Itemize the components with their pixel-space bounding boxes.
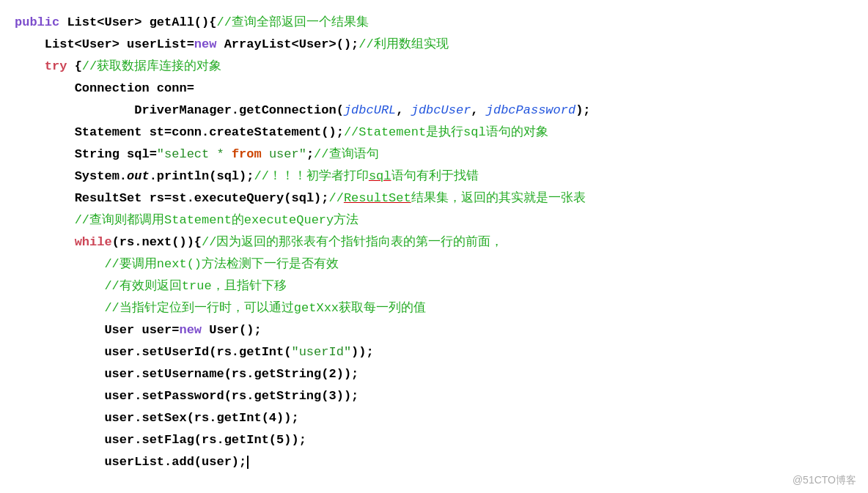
code-line-2: List<User> userList=new ArrayList<User>(… (15, 34, 853, 56)
code-line-16: user.setUserId(rs.getInt("userId")); (15, 341, 853, 363)
code-line-3: try {//获取数据库连接的对象 (15, 56, 853, 78)
code-container: public List<User> getAll(){//查询全部返回一个结果集… (0, 0, 868, 493)
code-line-20: user.setFlag(rs.getInt(5)); (15, 429, 853, 451)
code-line-17: user.setUsername(rs.getString(2)); (15, 363, 853, 385)
code-line-7: String sql="select * from user";//查询语句 (15, 144, 853, 166)
watermark: @51CTO博客 (792, 474, 856, 487)
code-line-19: user.setSex(rs.getInt(4)); (15, 407, 853, 429)
code-line-18: user.setPassword(rs.getString(3)); (15, 385, 853, 407)
code-line-6: Statement st=conn.createStatement();//St… (15, 122, 853, 144)
code-line-21: userList.add(user); (15, 451, 853, 473)
code-block: public List<User> getAll(){//查询全部返回一个结果集… (0, 12, 868, 473)
code-line-9: ResultSet rs=st.executeQuery(sql);//Resu… (15, 188, 853, 210)
code-line-4: Connection conn= (15, 78, 853, 100)
code-line-1: public List<User> getAll(){//查询全部返回一个结果集 (15, 12, 853, 34)
code-line-12: //要调用next()方法检测下一行是否有效 (15, 253, 853, 275)
code-line-10: //查询则都调用Statement的executeQuery方法 (15, 210, 853, 231)
code-line-5: DriverManager.getConnection(jdbcURL, jdb… (15, 100, 853, 122)
code-line-13: //有效则返回true，且指针下移 (15, 275, 853, 297)
code-line-15: User user=new User(); (15, 319, 853, 341)
text-cursor (247, 456, 249, 469)
code-line-11: while(rs.next()){//因为返回的那张表有个指针指向表的第一行的前… (15, 231, 853, 253)
code-line-14: //当指针定位到一行时，可以通过getXxx获取每一列的值 (15, 297, 853, 319)
code-line-8: System.out.println(sql);//！！！初学者打印sql语句有… (15, 166, 853, 188)
